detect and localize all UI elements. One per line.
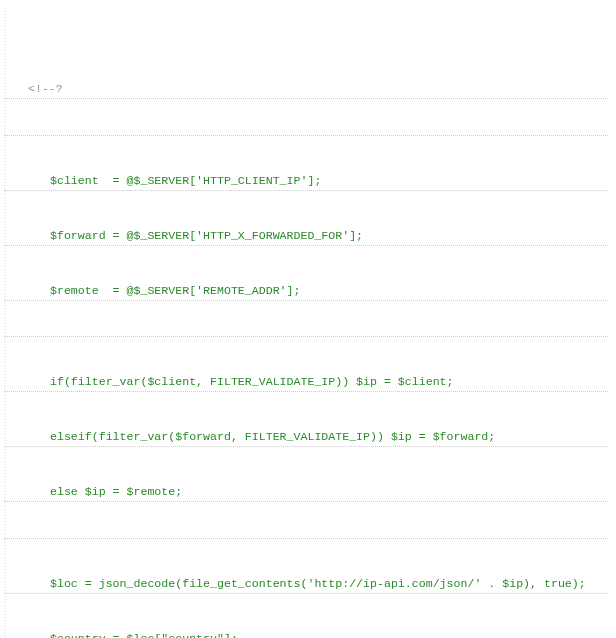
code-line: else $ip = $remote; [4, 483, 608, 502]
code-line [4, 538, 608, 539]
code-line: $loc = json_decode(file_get_contents('ht… [4, 575, 608, 594]
code-line [4, 135, 608, 136]
code-line [4, 336, 608, 337]
code-line: if(filter_var($client, FILTER_VALIDATE_I… [4, 373, 608, 392]
code-line: $remote = @$_SERVER['REMOTE_ADDR']; [4, 282, 608, 301]
code-line: elseif(filter_var($forward, FILTER_VALID… [4, 428, 608, 447]
fold-gutter [4, 8, 6, 638]
code-line: <!--? [4, 80, 608, 99]
code-line: $client = @$_SERVER['HTTP_CLIENT_IP']; [4, 172, 608, 191]
code-line: $country = $loc["country"]; [4, 630, 608, 638]
code-block: <!--? $client = @$_SERVER['HTTP_CLIENT_I… [4, 8, 608, 638]
code-line: $forward = @$_SERVER['HTTP_X_FORWARDED_F… [4, 227, 608, 246]
